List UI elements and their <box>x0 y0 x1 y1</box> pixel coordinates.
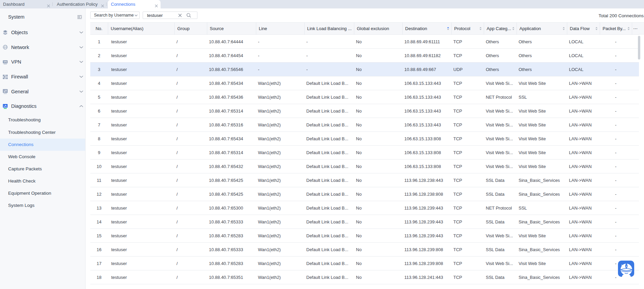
svg-text:VPN: VPN <box>4 61 7 63</box>
